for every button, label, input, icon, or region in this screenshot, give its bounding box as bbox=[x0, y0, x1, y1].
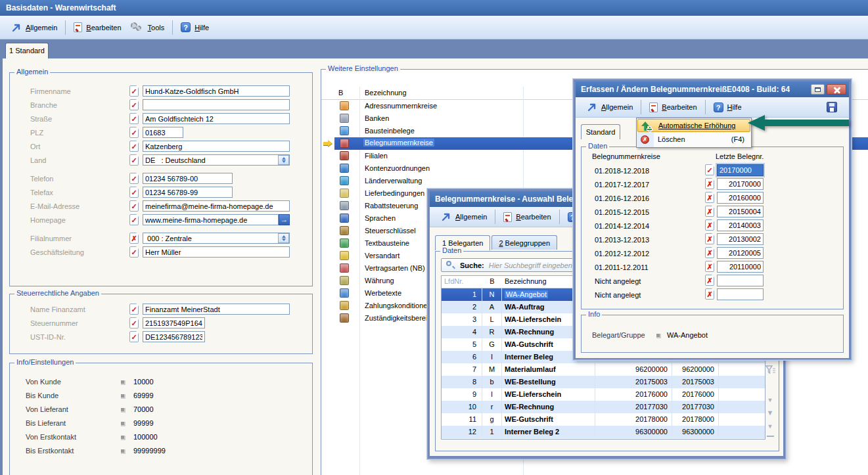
telefax-input[interactable] bbox=[143, 187, 233, 198]
menu-shortcut: (F4) bbox=[731, 133, 744, 147]
letzte-belegnr-input[interactable] bbox=[717, 206, 764, 217]
letzte-belegnr-input[interactable] bbox=[717, 178, 764, 190]
finanzamt-input[interactable] bbox=[143, 304, 290, 315]
filialnummer-combo[interactable] bbox=[143, 233, 290, 244]
flag-icon[interactable]: ✓ bbox=[705, 164, 714, 175]
letzte-belegnr-input[interactable] bbox=[717, 219, 764, 231]
field-label: Firmenname bbox=[30, 87, 71, 95]
doc-check-flag-icon[interactable]: ✓ bbox=[129, 173, 139, 184]
flag-icon[interactable]: ✗ bbox=[705, 233, 714, 244]
bearbeiten-menu-label: Bearbeiten bbox=[662, 103, 697, 111]
flag-icon[interactable]: ✗ bbox=[705, 275, 714, 286]
table-row[interactable]: 7 M Materialumlauf 96200000 96200000 bbox=[442, 363, 765, 376]
doc-check-flag-icon[interactable]: ✓ bbox=[129, 331, 139, 342]
cell-code: 1 bbox=[482, 426, 502, 438]
open-homepage-button[interactable]: → bbox=[279, 214, 290, 225]
save-icon[interactable] bbox=[827, 102, 837, 112]
letzte-belegnr-input[interactable] bbox=[717, 261, 764, 273]
land-combo[interactable] bbox=[143, 154, 290, 166]
letzte-belegnr-input[interactable] bbox=[717, 164, 764, 176]
bearbeiten-menu-button[interactable]: Bearbeiten bbox=[645, 101, 701, 114]
restore-window-button[interactable] bbox=[811, 84, 825, 95]
field-label: Telefax bbox=[30, 189, 53, 196]
tab-standard-erfassen[interactable]: Standard bbox=[581, 124, 620, 139]
flag-icon[interactable]: ✗ bbox=[705, 288, 714, 300]
spinner-control[interactable] bbox=[278, 155, 289, 165]
letzte-belegnr-input[interactable] bbox=[717, 233, 764, 245]
letzte-belegnr-input[interactable] bbox=[717, 288, 764, 300]
email-input[interactable] bbox=[143, 200, 290, 212]
telefon-input[interactable] bbox=[143, 173, 233, 184]
hilfe-menu-button[interactable]: ? Hilfe bbox=[709, 101, 746, 114]
flag-icon[interactable]: ✗ bbox=[705, 219, 714, 231]
list-item-icon bbox=[340, 263, 349, 273]
doc-check-flag-icon[interactable]: ✓ bbox=[129, 304, 139, 315]
nummernkreis-row: Nicht angelegt ✗ bbox=[582, 288, 843, 302]
info-row-label: Bis Lieferant bbox=[26, 419, 66, 427]
doc-check-flag-icon[interactable]: ✓ bbox=[129, 154, 139, 166]
branche-input[interactable] bbox=[143, 99, 290, 110]
table-row[interactable]: 9 l WE-Lieferschein 20176000 20176000 bbox=[442, 388, 765, 401]
allgemein-menu-button[interactable]: Allgemein bbox=[582, 100, 637, 114]
flag-icon[interactable]: ✗ bbox=[705, 247, 714, 258]
table-row[interactable]: 11 g WE-Gutschrift 20178000 20178000 bbox=[442, 413, 765, 426]
bearbeiten-menu-button[interactable]: Bearbeiten bbox=[499, 210, 555, 224]
scroll-to-end-icon[interactable]: ▼ bbox=[763, 422, 777, 437]
allgemein-menu-button[interactable]: Allgemein bbox=[7, 20, 62, 35]
letzte-belegnr-input[interactable] bbox=[717, 275, 764, 286]
ort-input[interactable] bbox=[143, 141, 290, 152]
allgemein-menu-button[interactable]: Allgemein bbox=[436, 210, 491, 224]
flag-icon[interactable]: ✗ bbox=[705, 261, 714, 272]
page-down-icon[interactable]: ▼ bbox=[763, 409, 777, 416]
hilfe-menu-button[interactable]: ? Hilfe bbox=[176, 20, 214, 34]
strasse-input[interactable] bbox=[143, 113, 290, 124]
list-item-label: Adressnummernkreise bbox=[365, 102, 437, 110]
tab-standard[interactable]: 1 Standard bbox=[5, 43, 49, 58]
field-label: Branche bbox=[30, 101, 57, 109]
nummernkreis-range-label: 01.2014-12.2014 bbox=[595, 222, 649, 230]
bearbeiten-menu-label: Bearbeiten bbox=[516, 213, 551, 221]
flag-icon[interactable]: ✗ bbox=[705, 206, 714, 217]
field-label: E-Mail-Adresse bbox=[30, 202, 80, 210]
doc-check-flag-icon[interactable]: ✓ bbox=[129, 127, 139, 138]
steuernummer-input[interactable] bbox=[143, 317, 205, 328]
plz-input[interactable] bbox=[143, 127, 183, 138]
filter-icon[interactable] bbox=[763, 365, 777, 374]
spinner-control[interactable] bbox=[278, 233, 289, 243]
menu-item-loeschen[interactable]: ✗ Löschen (F4) bbox=[637, 133, 751, 147]
tools-menu-button[interactable]: Tools bbox=[126, 20, 170, 35]
flag-icon[interactable]: ✗ bbox=[705, 192, 714, 203]
tab-beleggruppen[interactable]: 2 Beleggruppen bbox=[491, 235, 557, 250]
delete-icon: ✗ bbox=[641, 135, 649, 144]
homepage-input[interactable] bbox=[143, 214, 279, 225]
close-window-button[interactable] bbox=[827, 84, 846, 95]
application-window: Basisdaten - Warenwirtschaft Allgemein B… bbox=[0, 0, 868, 475]
menu-item-automatische-erhoehung[interactable]: Automatische Erhöhung bbox=[637, 119, 750, 132]
table-row[interactable]: 12 1 Interner Beleg 2 96300000 96300000 bbox=[442, 426, 765, 438]
doc-check-flag-icon[interactable]: ✓ bbox=[129, 141, 139, 152]
doc-check-flag-icon[interactable]: ✓ bbox=[129, 246, 139, 258]
doc-check-flag-icon[interactable]: ✓ bbox=[129, 113, 139, 124]
scroll-down-icon[interactable]: ▼ bbox=[763, 397, 777, 403]
list-item-label: Versandart bbox=[365, 252, 400, 260]
table-row[interactable]: 10 r WE-Rechnung 20177030 20177030 bbox=[442, 401, 765, 413]
firmenname-input[interactable] bbox=[143, 85, 290, 97]
list-item-icon bbox=[340, 201, 349, 210]
ustid-input[interactable] bbox=[143, 331, 205, 342]
hilfe-menu-label: Hilfe bbox=[194, 24, 209, 32]
bearbeiten-menu-button[interactable]: Bearbeiten bbox=[69, 20, 126, 34]
doc-check-flag-icon[interactable]: ✓ bbox=[129, 85, 139, 97]
bullet-square-icon bbox=[121, 422, 126, 426]
doc-check-flag-icon[interactable]: ✓ bbox=[129, 214, 139, 225]
doc-cross-flag-icon[interactable]: ✗ bbox=[129, 233, 139, 244]
letzte-belegnr-input[interactable] bbox=[717, 247, 764, 259]
doc-check-flag-icon[interactable]: ✓ bbox=[129, 317, 139, 328]
flag-icon[interactable]: ✗ bbox=[705, 178, 714, 189]
geschaeftsleitung-input[interactable] bbox=[143, 246, 290, 258]
erfassen-dialog-titlebar: Erfassen / Ändern BelegnummernkreißE0408… bbox=[576, 81, 849, 97]
table-row[interactable]: 8 b WE-Bestellung 20175003 20175003 bbox=[442, 376, 765, 388]
doc-check-flag-icon[interactable]: ✓ bbox=[129, 99, 139, 110]
letzte-belegnr-input[interactable] bbox=[717, 192, 764, 204]
doc-check-flag-icon[interactable]: ✓ bbox=[129, 187, 139, 198]
doc-check-flag-icon[interactable]: ✓ bbox=[129, 200, 139, 212]
